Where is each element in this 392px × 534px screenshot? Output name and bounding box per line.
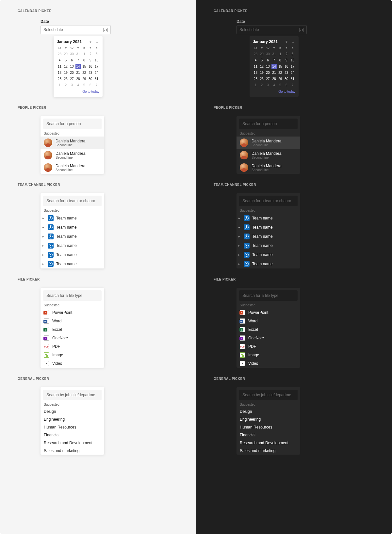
chevron-right-icon[interactable]: ▸ [238,226,241,229]
calendar-day[interactable]: 23 [284,70,289,75]
calendar-day[interactable]: 6 [88,82,93,88]
calendar-day[interactable]: 30 [88,76,93,82]
file-item[interactable]: NOneNote [237,334,300,342]
chevron-right-icon[interactable]: ▸ [238,235,241,238]
calendar-day[interactable]: 30 [265,51,271,57]
calendar-day[interactable]: 13 [69,64,75,69]
team-item[interactable]: ▸Team name [41,259,104,268]
team-item[interactable]: ▸Team name [41,241,104,250]
general-item[interactable]: Sales and marketing [237,447,300,455]
calendar-day[interactable]: 7 [271,57,277,63]
general-search-input[interactable] [242,393,291,397]
calendar-day[interactable]: 6 [265,57,271,63]
calendar-day[interactable]: 22 [277,70,283,75]
calendar-day[interactable]: 28 [75,76,81,82]
calendar-day[interactable]: 24 [94,70,99,75]
calendar-day[interactable]: 30 [284,76,289,82]
calendar-day[interactable]: 5 [81,82,87,88]
chevron-right-icon[interactable]: ▸ [42,217,45,220]
team-item[interactable]: ▸Team name [237,259,300,268]
calendar-day[interactable]: 1 [253,82,258,88]
calendar-day[interactable]: 1 [81,51,87,57]
chevron-right-icon[interactable]: ▸ [238,253,241,256]
person-item[interactable]: Daniela ManderaSecond line [41,149,104,161]
person-item[interactable]: Daniela ManderaSecond line [237,137,300,149]
calendar-day[interactable]: 18 [57,70,62,75]
team-item[interactable]: ▸Team name [41,232,104,241]
file-search[interactable] [239,290,298,301]
calendar-day[interactable]: 4 [57,57,62,63]
file-item[interactable]: NOneNote [41,334,104,342]
calendar-day[interactable]: 25 [253,76,258,82]
calendar-day[interactable]: 1 [277,51,283,57]
calendar-day[interactable]: 29 [81,76,87,82]
team-item[interactable]: ▸Team name [41,223,104,232]
calendar-day[interactable]: 27 [69,76,75,82]
file-item[interactable]: XExcel [237,325,300,334]
team-search[interactable] [239,196,298,206]
calendar-day[interactable]: 8 [277,57,283,63]
calendar-day[interactable]: 18 [253,70,258,75]
general-item[interactable]: Research and Development [41,439,104,447]
calendar-day[interactable]: 26 [63,76,69,82]
general-item[interactable]: Engineering [237,415,300,423]
calendar-day[interactable]: 5 [277,82,283,88]
person-item[interactable]: Daniela ManderaSecond line [41,161,104,174]
calendar-day[interactable]: 20 [265,70,271,75]
calendar-day[interactable]: 3 [69,82,75,88]
calendar-day[interactable]: 28 [271,76,277,82]
file-item[interactable]: PPowerPoint [237,308,300,317]
calendar-day[interactable]: 13 [265,64,271,69]
calendar-day[interactable]: 26 [259,76,265,82]
calendar-day[interactable]: 10 [290,57,295,63]
calendar-month[interactable]: January 2021 [57,40,82,44]
chevron-right-icon[interactable]: ▸ [42,262,45,266]
file-item[interactable]: XExcel [41,325,104,334]
calendar-day[interactable]: 19 [259,70,265,75]
file-search-input[interactable] [46,293,95,298]
calendar-day[interactable]: 20 [69,70,75,75]
general-item[interactable]: Human Resources [41,423,104,431]
chevron-right-icon[interactable]: ▸ [42,235,45,238]
calendar-day[interactable]: 9 [88,57,93,63]
calendar-day[interactable]: 3 [265,82,271,88]
calendar-day[interactable]: 1 [57,82,62,88]
calendar-day[interactable]: 12 [259,64,265,69]
people-search[interactable] [239,119,298,129]
date-input[interactable]: Select date [237,25,307,34]
file-item[interactable]: WWord [237,317,300,325]
date-input[interactable]: Select date [41,25,111,34]
people-search-input[interactable] [46,121,95,126]
calendar-day[interactable]: 2 [88,51,93,57]
calendar-day[interactable]: 3 [94,51,99,57]
next-month-button[interactable] [95,40,99,44]
general-item[interactable]: Sales and marketing [41,447,104,455]
calendar-day[interactable]: 6 [284,82,289,88]
general-item[interactable]: Engineering [41,415,104,423]
general-item[interactable]: Human Resources [237,423,300,431]
team-item[interactable]: ▸Team name [237,223,300,232]
people-search-input[interactable] [242,121,291,126]
calendar-day[interactable]: 30 [69,51,75,57]
team-item[interactable]: ▸Team name [41,214,104,223]
file-item[interactable]: Video [237,359,300,368]
team-item[interactable]: ▸Team name [237,232,300,241]
chevron-right-icon[interactable]: ▸ [42,253,45,256]
file-item[interactable]: WWord [41,317,104,325]
calendar-day[interactable]: 7 [75,57,81,63]
calendar-day[interactable]: 17 [94,64,99,69]
calendar-day[interactable]: 23 [88,70,93,75]
general-search[interactable] [43,390,102,400]
calendar-day[interactable]: 29 [63,51,69,57]
calendar-day[interactable]: 28 [57,51,62,57]
calendar-day[interactable]: 28 [253,51,258,57]
people-search[interactable] [43,119,102,129]
person-item[interactable]: Daniela ManderaSecond line [237,161,300,174]
general-item[interactable]: Design [41,408,104,415]
calendar-month[interactable]: January 2021 [253,40,278,44]
calendar-day[interactable]: 4 [253,57,258,63]
file-search[interactable] [43,290,102,301]
calendar-day[interactable]: 17 [290,64,295,69]
chevron-right-icon[interactable]: ▸ [238,217,241,220]
file-item[interactable]: PDFPDF [41,342,104,351]
